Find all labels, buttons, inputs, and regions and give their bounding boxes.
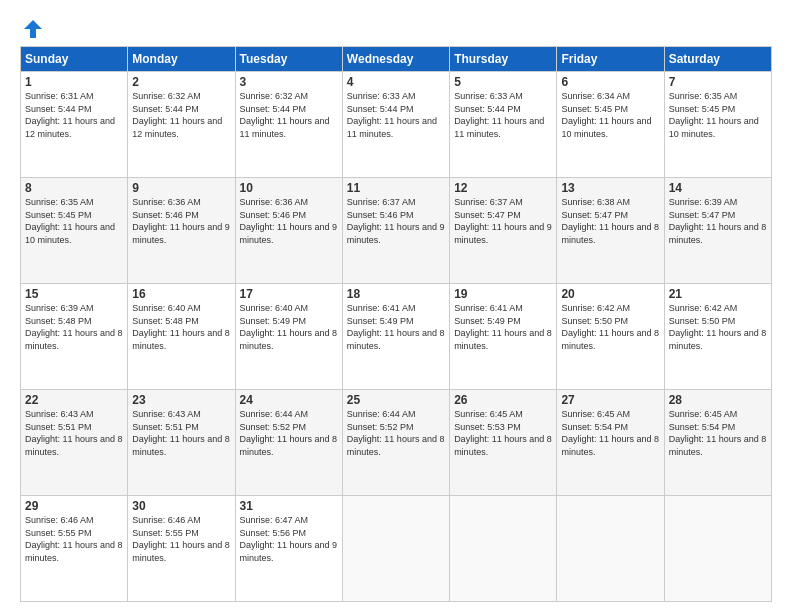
day-number: 3 xyxy=(240,75,338,89)
calendar-cell xyxy=(557,496,664,602)
day-info: Sunrise: 6:40 AMSunset: 5:48 PMDaylight:… xyxy=(132,303,230,351)
day-number: 29 xyxy=(25,499,123,513)
calendar-cell: 2 Sunrise: 6:32 AMSunset: 5:44 PMDayligh… xyxy=(128,72,235,178)
calendar-cell: 27 Sunrise: 6:45 AMSunset: 5:54 PMDaylig… xyxy=(557,390,664,496)
logo-icon xyxy=(22,18,44,40)
calendar-week-row: 29 Sunrise: 6:46 AMSunset: 5:55 PMDaylig… xyxy=(21,496,772,602)
day-info: Sunrise: 6:35 AMSunset: 5:45 PMDaylight:… xyxy=(25,197,115,245)
day-info: Sunrise: 6:38 AMSunset: 5:47 PMDaylight:… xyxy=(561,197,659,245)
day-number: 19 xyxy=(454,287,552,301)
day-info: Sunrise: 6:34 AMSunset: 5:45 PMDaylight:… xyxy=(561,91,651,139)
calendar-week-row: 15 Sunrise: 6:39 AMSunset: 5:48 PMDaylig… xyxy=(21,284,772,390)
day-info: Sunrise: 6:35 AMSunset: 5:45 PMDaylight:… xyxy=(669,91,759,139)
column-header-sunday: Sunday xyxy=(21,47,128,72)
day-number: 14 xyxy=(669,181,767,195)
day-number: 24 xyxy=(240,393,338,407)
calendar-cell: 1 Sunrise: 6:31 AMSunset: 5:44 PMDayligh… xyxy=(21,72,128,178)
calendar-cell: 25 Sunrise: 6:44 AMSunset: 5:52 PMDaylig… xyxy=(342,390,449,496)
day-number: 15 xyxy=(25,287,123,301)
day-info: Sunrise: 6:45 AMSunset: 5:54 PMDaylight:… xyxy=(669,409,767,457)
day-info: Sunrise: 6:46 AMSunset: 5:55 PMDaylight:… xyxy=(25,515,123,563)
calendar-cell xyxy=(450,496,557,602)
calendar-cell xyxy=(664,496,771,602)
calendar-week-row: 8 Sunrise: 6:35 AMSunset: 5:45 PMDayligh… xyxy=(21,178,772,284)
calendar-cell: 21 Sunrise: 6:42 AMSunset: 5:50 PMDaylig… xyxy=(664,284,771,390)
calendar-cell xyxy=(342,496,449,602)
day-number: 17 xyxy=(240,287,338,301)
calendar-cell: 20 Sunrise: 6:42 AMSunset: 5:50 PMDaylig… xyxy=(557,284,664,390)
calendar-cell: 9 Sunrise: 6:36 AMSunset: 5:46 PMDayligh… xyxy=(128,178,235,284)
day-info: Sunrise: 6:44 AMSunset: 5:52 PMDaylight:… xyxy=(347,409,445,457)
day-info: Sunrise: 6:31 AMSunset: 5:44 PMDaylight:… xyxy=(25,91,115,139)
calendar-cell: 6 Sunrise: 6:34 AMSunset: 5:45 PMDayligh… xyxy=(557,72,664,178)
day-number: 30 xyxy=(132,499,230,513)
day-number: 21 xyxy=(669,287,767,301)
day-info: Sunrise: 6:40 AMSunset: 5:49 PMDaylight:… xyxy=(240,303,338,351)
day-number: 18 xyxy=(347,287,445,301)
day-info: Sunrise: 6:43 AMSunset: 5:51 PMDaylight:… xyxy=(25,409,123,457)
calendar-cell: 30 Sunrise: 6:46 AMSunset: 5:55 PMDaylig… xyxy=(128,496,235,602)
day-info: Sunrise: 6:42 AMSunset: 5:50 PMDaylight:… xyxy=(669,303,767,351)
day-info: Sunrise: 6:46 AMSunset: 5:55 PMDaylight:… xyxy=(132,515,230,563)
day-info: Sunrise: 6:33 AMSunset: 5:44 PMDaylight:… xyxy=(347,91,437,139)
day-info: Sunrise: 6:37 AMSunset: 5:47 PMDaylight:… xyxy=(454,197,552,245)
logo xyxy=(20,18,44,36)
day-info: Sunrise: 6:45 AMSunset: 5:53 PMDaylight:… xyxy=(454,409,552,457)
calendar-table: SundayMondayTuesdayWednesdayThursdayFrid… xyxy=(20,46,772,602)
calendar-cell: 7 Sunrise: 6:35 AMSunset: 5:45 PMDayligh… xyxy=(664,72,771,178)
calendar-cell: 29 Sunrise: 6:46 AMSunset: 5:55 PMDaylig… xyxy=(21,496,128,602)
calendar-cell: 16 Sunrise: 6:40 AMSunset: 5:48 PMDaylig… xyxy=(128,284,235,390)
column-header-tuesday: Tuesday xyxy=(235,47,342,72)
calendar-cell: 8 Sunrise: 6:35 AMSunset: 5:45 PMDayligh… xyxy=(21,178,128,284)
calendar-cell: 22 Sunrise: 6:43 AMSunset: 5:51 PMDaylig… xyxy=(21,390,128,496)
calendar-body: 1 Sunrise: 6:31 AMSunset: 5:44 PMDayligh… xyxy=(21,72,772,602)
day-number: 13 xyxy=(561,181,659,195)
calendar-cell: 12 Sunrise: 6:37 AMSunset: 5:47 PMDaylig… xyxy=(450,178,557,284)
column-header-monday: Monday xyxy=(128,47,235,72)
day-number: 28 xyxy=(669,393,767,407)
day-info: Sunrise: 6:45 AMSunset: 5:54 PMDaylight:… xyxy=(561,409,659,457)
day-info: Sunrise: 6:32 AMSunset: 5:44 PMDaylight:… xyxy=(132,91,222,139)
day-number: 7 xyxy=(669,75,767,89)
calendar-cell: 15 Sunrise: 6:39 AMSunset: 5:48 PMDaylig… xyxy=(21,284,128,390)
day-number: 27 xyxy=(561,393,659,407)
day-info: Sunrise: 6:44 AMSunset: 5:52 PMDaylight:… xyxy=(240,409,338,457)
day-number: 12 xyxy=(454,181,552,195)
calendar-cell: 11 Sunrise: 6:37 AMSunset: 5:46 PMDaylig… xyxy=(342,178,449,284)
day-info: Sunrise: 6:36 AMSunset: 5:46 PMDaylight:… xyxy=(240,197,338,245)
column-header-wednesday: Wednesday xyxy=(342,47,449,72)
calendar-cell: 23 Sunrise: 6:43 AMSunset: 5:51 PMDaylig… xyxy=(128,390,235,496)
calendar-cell: 3 Sunrise: 6:32 AMSunset: 5:44 PMDayligh… xyxy=(235,72,342,178)
calendar-week-row: 22 Sunrise: 6:43 AMSunset: 5:51 PMDaylig… xyxy=(21,390,772,496)
header xyxy=(20,18,772,36)
day-number: 2 xyxy=(132,75,230,89)
day-number: 5 xyxy=(454,75,552,89)
day-number: 8 xyxy=(25,181,123,195)
day-number: 6 xyxy=(561,75,659,89)
svg-marker-0 xyxy=(24,20,42,38)
calendar-cell: 17 Sunrise: 6:40 AMSunset: 5:49 PMDaylig… xyxy=(235,284,342,390)
calendar-cell: 31 Sunrise: 6:47 AMSunset: 5:56 PMDaylig… xyxy=(235,496,342,602)
calendar-cell: 14 Sunrise: 6:39 AMSunset: 5:47 PMDaylig… xyxy=(664,178,771,284)
day-number: 10 xyxy=(240,181,338,195)
calendar-page: SundayMondayTuesdayWednesdayThursdayFrid… xyxy=(0,0,792,612)
day-info: Sunrise: 6:39 AMSunset: 5:48 PMDaylight:… xyxy=(25,303,123,351)
day-info: Sunrise: 6:39 AMSunset: 5:47 PMDaylight:… xyxy=(669,197,767,245)
day-info: Sunrise: 6:33 AMSunset: 5:44 PMDaylight:… xyxy=(454,91,544,139)
calendar-cell: 24 Sunrise: 6:44 AMSunset: 5:52 PMDaylig… xyxy=(235,390,342,496)
calendar-cell: 19 Sunrise: 6:41 AMSunset: 5:49 PMDaylig… xyxy=(450,284,557,390)
day-info: Sunrise: 6:32 AMSunset: 5:44 PMDaylight:… xyxy=(240,91,330,139)
day-number: 9 xyxy=(132,181,230,195)
day-info: Sunrise: 6:42 AMSunset: 5:50 PMDaylight:… xyxy=(561,303,659,351)
calendar-header-row: SundayMondayTuesdayWednesdayThursdayFrid… xyxy=(21,47,772,72)
calendar-cell: 13 Sunrise: 6:38 AMSunset: 5:47 PMDaylig… xyxy=(557,178,664,284)
day-number: 4 xyxy=(347,75,445,89)
calendar-cell: 10 Sunrise: 6:36 AMSunset: 5:46 PMDaylig… xyxy=(235,178,342,284)
day-number: 16 xyxy=(132,287,230,301)
day-info: Sunrise: 6:47 AMSunset: 5:56 PMDaylight:… xyxy=(240,515,338,563)
calendar-week-row: 1 Sunrise: 6:31 AMSunset: 5:44 PMDayligh… xyxy=(21,72,772,178)
day-info: Sunrise: 6:41 AMSunset: 5:49 PMDaylight:… xyxy=(454,303,552,351)
column-header-thursday: Thursday xyxy=(450,47,557,72)
calendar-cell: 18 Sunrise: 6:41 AMSunset: 5:49 PMDaylig… xyxy=(342,284,449,390)
calendar-cell: 28 Sunrise: 6:45 AMSunset: 5:54 PMDaylig… xyxy=(664,390,771,496)
